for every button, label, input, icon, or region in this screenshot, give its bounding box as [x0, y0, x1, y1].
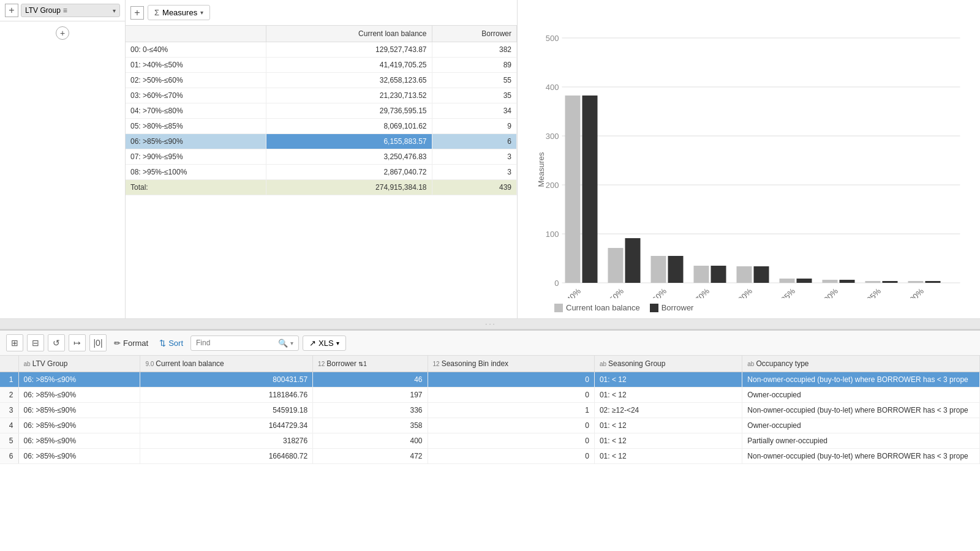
total-label: Total: — [126, 180, 266, 195]
table-cell-label: 07: >90%-≤95% — [126, 149, 266, 165]
cell-borrower: 358 — [313, 418, 428, 433]
bottom-table-row[interactable]: 606: >85%-≤90%1664680.72472001: < 12Non-… — [0, 449, 980, 464]
measures-chevron-icon: ▾ — [200, 9, 203, 16]
legend-item-balance: Current loan balance — [554, 303, 640, 312]
row-number: 3 — [0, 403, 18, 418]
table-cell-balance: 6,155,883.57 — [266, 134, 432, 149]
data-table: Current loan balance Borrower 00: 0-≤40%… — [126, 26, 517, 318]
cell-seasoning-group: 01: < 12 — [594, 418, 742, 433]
table-cell-label: 05: >80%-≤85% — [126, 119, 266, 134]
find-input-container[interactable]: 🔍 ▾ — [190, 335, 299, 351]
add-field-button[interactable]: + — [5, 4, 18, 17]
row-number: 1 — [0, 372, 18, 388]
table-row[interactable]: 08: >95%-≤100%2,867,040.723 — [126, 165, 517, 180]
table-row[interactable]: 07: >90%-≤95%3,250,476.833 — [126, 149, 517, 165]
table-row[interactable]: 05: >80%-≤85%8,069,101.629 — [126, 119, 517, 134]
table-row[interactable]: 06: >85%-≤90%6,155,883.576 — [126, 134, 517, 149]
cell-bin-index: 0 — [428, 433, 594, 449]
row-number: 2 — [0, 388, 18, 403]
bottom-table-row[interactable]: 206: >85%-≤90%1181846.76197001: < 12Owne… — [0, 388, 980, 403]
table-cell-borrower: 382 — [432, 42, 516, 58]
col-header-borrower[interactable]: 12Borrower ⇅1 — [313, 356, 428, 372]
col-header-rownum — [0, 356, 18, 372]
col-header-seasoning-group[interactable]: abSeasoning Group — [594, 356, 742, 372]
bottom-table-row[interactable]: 406: >85%-≤90%1644729.34358001: < 12Owne… — [0, 418, 980, 433]
table-row[interactable]: 03: >60%-≤70%21,230,713.5235 — [126, 88, 517, 103]
col-header-seasoning-bin-index[interactable]: 12Seasoning Bin index — [428, 356, 594, 372]
bar-balance-3 — [694, 266, 709, 283]
col-type-badge: ab — [747, 361, 754, 367]
col-type-badge: 12 — [433, 361, 440, 367]
svg-text:100: 100 — [546, 230, 559, 239]
bar-borrower-2 — [668, 256, 684, 283]
bottom-table-row[interactable]: 306: >85%-≤90%545919.18336102: ≥12-<24No… — [0, 403, 980, 418]
xls-label: XLS — [318, 339, 334, 348]
table-cell-balance: 3,250,476.83 — [266, 149, 432, 165]
table-cell-borrower: 3 — [432, 149, 516, 165]
table-add-button[interactable]: + — [130, 6, 144, 20]
find-chevron-icon: ▾ — [290, 340, 293, 347]
arrow-icon-button[interactable]: ↦ — [69, 334, 86, 351]
xls-chevron-icon: ▾ — [336, 340, 339, 347]
add-dimension-button[interactable]: + — [56, 26, 69, 40]
grid-icon-button[interactable]: ⊞ — [6, 334, 23, 351]
sigma-icon: Σ — [154, 8, 159, 17]
svg-text:06: >85%-≤90%: 06: >85%-≤90% — [793, 287, 840, 298]
bottom-section: ⊞ ⊟ ↺ ↦ |0| ✏ Format ⇅ Sort 🔍 ▾ ↗ XLS ▾ … — [0, 329, 980, 551]
col-header-current-loan-balance[interactable]: 9.0Current loan balance — [140, 356, 313, 372]
bar-balance-4 — [737, 266, 752, 283]
columns-icon-button[interactable]: ⊟ — [27, 334, 44, 351]
cycle-icon-button[interactable]: ↺ — [48, 334, 65, 351]
svg-text:01: >40%-≤50%: 01: >40%-≤50% — [579, 287, 626, 298]
table-row[interactable]: 00: 0-≤40%129,527,743.87382 — [126, 42, 517, 58]
bar-borrower-1 — [625, 238, 641, 283]
bottom-table-row[interactable]: 506: >85%-≤90%318276400001: < 12Partiall… — [0, 433, 980, 449]
cell-balance: 1181846.76 — [140, 388, 313, 403]
table-row[interactable]: 01: >40%-≤50%41,419,705.2589 — [126, 58, 517, 73]
xls-export-button[interactable]: ↗ XLS ▾ — [303, 335, 346, 351]
chart-svg-container: Measures 0 100 200 300 400 500 — [530, 6, 968, 298]
col-header-label — [126, 26, 266, 42]
bar-borrower-4 — [754, 266, 769, 283]
cell-balance: 545919.18 — [140, 403, 313, 418]
cell-occupancy-type: Owner-occupied — [742, 418, 980, 433]
search-icon: 🔍 — [278, 339, 288, 348]
bar-balance-6 — [823, 280, 838, 283]
lines-icon: ≡ — [63, 6, 67, 15]
table-cell-label: 01: >40%-≤50% — [126, 58, 266, 73]
table-cell-borrower: 89 — [432, 58, 516, 73]
total-balance: 274,915,384.18 — [266, 180, 432, 195]
bar-balance-1 — [608, 248, 624, 283]
table-panel: + Σ Measures ▾ Current loan balance Borr… — [126, 0, 518, 318]
sort-button[interactable]: ⇅ Sort — [156, 336, 187, 350]
table-row[interactable]: 02: >50%-≤60%32,658,123.6555 — [126, 73, 517, 88]
table-cell-borrower: 34 — [432, 103, 516, 119]
table-cell-label: 03: >60%-≤70% — [126, 88, 266, 103]
bar-balance-8 — [908, 281, 924, 283]
total-borrower: 439 — [432, 180, 516, 195]
measures-button[interactable]: Σ Measures ▾ — [148, 5, 210, 20]
svg-text:02: >50%-≤60%: 02: >50%-≤60% — [622, 287, 669, 298]
table-cell-borrower: 9 — [432, 119, 516, 134]
table-row[interactable]: 04: >70%-≤80%29,736,595.1534 — [126, 103, 517, 119]
svg-text:Measures: Measures — [537, 152, 546, 187]
cell-balance: 1644729.34 — [140, 418, 313, 433]
find-input[interactable] — [196, 339, 276, 347]
cell-borrower: 472 — [313, 449, 428, 464]
cell-ltv-group: 06: >85%-≤90% — [18, 418, 140, 433]
bottom-table-row[interactable]: 106: >85%-≤90%800431.5746001: < 12Non-ow… — [0, 372, 980, 388]
format-button[interactable]: ✏ Format — [110, 336, 152, 350]
col-header-ltv-group[interactable]: abLTV Group — [18, 356, 140, 372]
panel-resize-handle[interactable]: · · · — [0, 318, 980, 329]
number-icon-button[interactable]: |0| — [89, 334, 107, 351]
svg-text:300: 300 — [546, 132, 559, 141]
ltv-group-pill[interactable]: LTV Group ≡ ▾ — [21, 4, 120, 17]
svg-text:04: >70%-≤80%: 04: >70%-≤80% — [707, 287, 755, 298]
cell-occupancy-type: Non-owner-occupied (buy-to-let) where BO… — [742, 449, 980, 464]
bar-balance-2 — [651, 256, 666, 283]
cell-borrower: 336 — [313, 403, 428, 418]
table-cell-balance: 32,658,123.65 — [266, 73, 432, 88]
cell-bin-index: 1 — [428, 403, 594, 418]
col-header-occupancy-type[interactable]: abOccupancy type — [742, 356, 980, 372]
svg-text:07: >90%-≤95%: 07: >90%-≤95% — [836, 287, 883, 298]
